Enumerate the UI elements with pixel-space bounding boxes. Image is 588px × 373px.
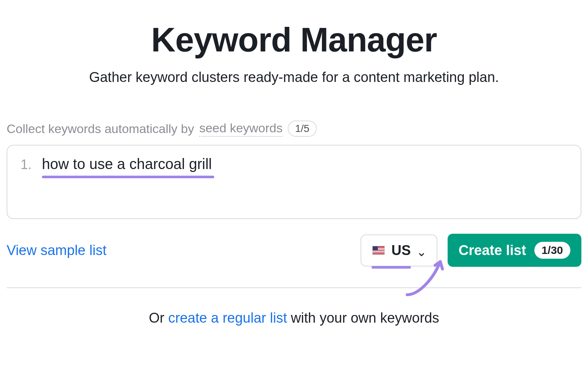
regular-list-prompt: Or create a regular list with your own k… (7, 310, 581, 326)
seed-keyword-input-box[interactable]: 1. how to use a charcoal grill (7, 145, 581, 219)
seed-section-label: Collect keywords automatically by seed k… (7, 121, 581, 137)
view-sample-list-link[interactable]: View sample list (7, 243, 107, 258)
seed-keywords-term: seed keywords (199, 121, 283, 137)
seed-keyword-text[interactable]: how to use a charcoal grill (42, 156, 212, 176)
page-title: Keyword Manager (7, 21, 581, 59)
regular-list-suffix: with your own keywords (291, 310, 439, 326)
country-select[interactable]: US (361, 234, 437, 266)
us-flag-icon (372, 246, 385, 255)
country-code: US (391, 243, 411, 258)
seed-label-prefix: Collect keywords automatically by (7, 122, 194, 136)
actions-row: View sample list US Create list 1/30 (7, 234, 581, 267)
create-regular-list-link[interactable]: create a regular list (168, 310, 287, 326)
regular-list-prefix: Or (149, 310, 168, 326)
section-divider (7, 287, 581, 288)
annotation-underline (372, 266, 411, 269)
seed-keyword-row: 1. how to use a charcoal grill (21, 156, 567, 176)
chevron-down-icon (417, 246, 426, 254)
create-list-label: Create list (459, 243, 526, 258)
create-list-button[interactable]: Create list 1/30 (448, 234, 581, 267)
seed-keyword-index: 1. (21, 157, 32, 172)
seed-counter-badge: 1/5 (288, 121, 317, 137)
create-list-counter: 1/30 (534, 242, 570, 259)
page-subtitle: Gather keyword clusters ready-made for a… (7, 69, 581, 85)
